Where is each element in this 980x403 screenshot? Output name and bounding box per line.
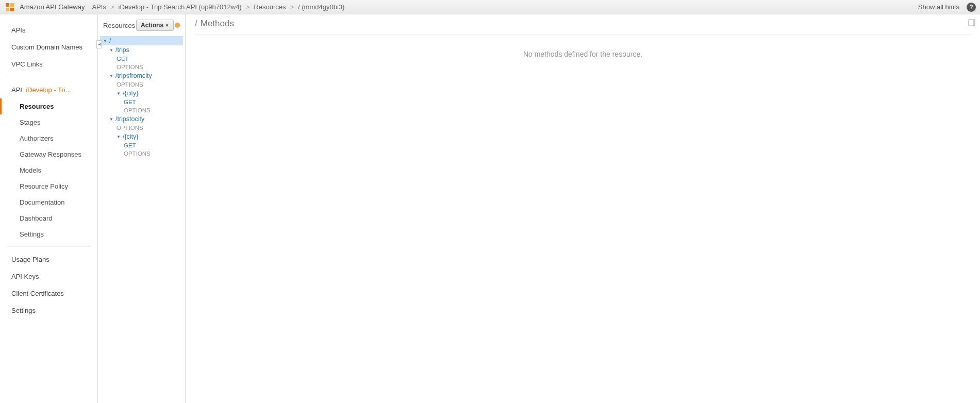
tree-path: /tripstocity [115, 115, 144, 123]
sidebar-item-gateway-responses[interactable]: Gateway Responses [0, 146, 97, 162]
sidebar: APIs Custom Domain Names VPC Links API: … [0, 14, 98, 403]
aws-logo-icon [4, 2, 15, 13]
service-name[interactable]: Amazon API Gateway [20, 3, 85, 11]
tree-method-get[interactable]: GET [100, 98, 183, 106]
resources-tree: ▼ / ▼ /trips GET OPTIONS ▼ /tripsfromcit… [100, 36, 183, 158]
tree-node-tripsfromcity[interactable]: ▼ /tripsfromcity [100, 71, 183, 80]
chevron-right-icon: > [246, 3, 250, 11]
sidebar-item-apis[interactable]: APIs [0, 22, 97, 39]
sidebar-item-models[interactable]: Models [0, 162, 97, 178]
breadcrumb-resources[interactable]: Resources [254, 3, 286, 11]
tree-method-options[interactable]: OPTIONS [100, 106, 183, 114]
tree-node-city[interactable]: ▼ /{city} [100, 132, 183, 141]
tree-method-get[interactable]: GET [100, 55, 183, 63]
breadcrumb: APIs > iDevelop - Trip Search API (op9h7… [92, 3, 344, 11]
sidebar-item-api-keys[interactable]: API Keys [0, 268, 97, 285]
breadcrumb-api[interactable]: iDevelop - Trip Search API (op9h7012w4) [119, 3, 242, 11]
api-name: iDevelop - Tri... [26, 86, 71, 94]
topbar: Amazon API Gateway APIs > iDevelop - Tri… [0, 0, 980, 14]
sidebar-item-custom-domain[interactable]: Custom Domain Names [0, 39, 97, 56]
status-dot-icon [175, 23, 180, 28]
actions-button[interactable]: Actions ▼ [136, 20, 174, 31]
caret-down-icon: ▼ [109, 48, 113, 53]
resources-header: Resources Actions ▼ [100, 19, 183, 36]
svg-rect-2 [6, 8, 9, 11]
help-icon[interactable]: ? [967, 3, 976, 12]
content: / Methods No methods defined for the res… [186, 14, 980, 403]
topbar-right: Show all hints ? [918, 3, 976, 12]
svg-rect-3 [10, 8, 14, 11]
sidebar-item-resources[interactable]: Resources [0, 98, 97, 114]
resources-panel: Resources Actions ▼ ▼ / ▼ /trips GET OPT… [98, 14, 186, 403]
sidebar-item-dashboard[interactable]: Dashboard [0, 210, 97, 226]
tree-node-tripstocity[interactable]: ▼ /tripstocity [100, 114, 183, 124]
documentation-icon[interactable] [968, 19, 976, 28]
section-title: Methods [201, 19, 234, 29]
svg-rect-4 [969, 20, 974, 26]
sidebar-item-vpc-links[interactable]: VPC Links [0, 56, 97, 73]
api-prefix: API: [11, 86, 26, 94]
sidebar-item-resource-policy[interactable]: Resource Policy [0, 178, 97, 194]
sidebar-item-global-settings[interactable]: Settings [0, 302, 97, 319]
tree-method-options[interactable]: OPTIONS [100, 149, 183, 158]
tree-path: /tripsfromcity [115, 72, 152, 79]
svg-rect-0 [6, 3, 9, 7]
sidebar-item-authorizers[interactable]: Authorizers [0, 130, 97, 146]
sidebar-collapse-handle[interactable] [96, 40, 102, 48]
actions-label: Actions [141, 22, 163, 29]
sidebar-item-usage-plans[interactable]: Usage Plans [0, 251, 97, 268]
caret-down-icon: ▼ [117, 91, 121, 96]
show-hints-link[interactable]: Show all hints [918, 3, 959, 11]
tree-node-root[interactable]: ▼ / [100, 36, 183, 45]
tree-method-options[interactable]: OPTIONS [100, 63, 183, 71]
breadcrumb-resource[interactable]: / (mmd4gy0bi3) [298, 3, 344, 11]
resources-title: Resources [103, 22, 135, 29]
sidebar-item-client-certs[interactable]: Client Certificates [0, 285, 97, 302]
content-header: / Methods [195, 19, 971, 35]
empty-message: No methods defined for the resource. [195, 50, 971, 58]
chevron-right-icon: > [290, 3, 294, 11]
sidebar-api-header[interactable]: API: iDevelop - Tri... [0, 81, 97, 98]
tree-method-options[interactable]: OPTIONS [100, 80, 183, 89]
tree-path: / [109, 37, 111, 44]
sidebar-item-documentation[interactable]: Documentation [0, 194, 97, 210]
sidebar-item-settings[interactable]: Settings [0, 226, 97, 242]
tree-node-city[interactable]: ▼ /{city} [100, 89, 183, 98]
breadcrumb-apis[interactable]: APIs [92, 3, 106, 11]
caret-down-icon: ▼ [117, 135, 121, 139]
sidebar-item-stages[interactable]: Stages [0, 114, 97, 130]
tree-path: /trips [115, 46, 129, 54]
divider [7, 246, 90, 247]
divider [7, 77, 90, 77]
tree-node-trips[interactable]: ▼ /trips [100, 45, 183, 55]
main: APIs Custom Domain Names VPC Links API: … [0, 14, 980, 403]
caret-down-icon: ▼ [109, 74, 113, 78]
tree-method-options[interactable]: OPTIONS [100, 124, 183, 132]
caret-down-icon: ▼ [165, 23, 169, 28]
tree-method-get[interactable]: GET [100, 141, 183, 149]
resource-path-label: / [195, 19, 197, 29]
tree-path: /{city} [123, 133, 139, 140]
caret-down-icon: ▼ [103, 39, 107, 43]
tree-path: /{city} [123, 90, 139, 97]
svg-rect-1 [10, 3, 14, 7]
chevron-right-icon: > [110, 3, 114, 11]
caret-down-icon: ▼ [109, 117, 113, 122]
